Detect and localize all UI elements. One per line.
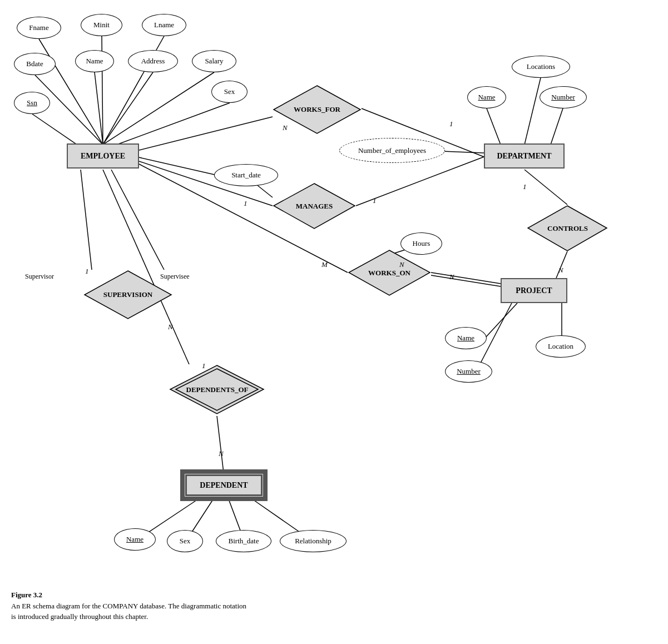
figure-label: Figure 3.2 <box>11 591 42 599</box>
svg-line-4 <box>95 72 103 145</box>
supervisor-label: Supervisor <box>25 273 54 281</box>
hours-attribute: Hours <box>400 232 442 255</box>
svg-line-20 <box>431 275 501 286</box>
svg-line-9 <box>139 117 273 150</box>
cardinality-1-works-for: 1 <box>449 120 453 128</box>
supervision-relationship: SUPERVISION <box>83 270 172 320</box>
cardinality-1-manages-right: 1 <box>373 196 377 205</box>
cardinality-n-works-for: N <box>283 123 288 132</box>
address-attribute: Address <box>128 50 178 72</box>
cardinality-n-project: N <box>449 273 454 281</box>
caption-line1: An ER schema diagram for the COMPANY dat… <box>11 601 246 612</box>
figure-caption: Figure 3.2 An ER schema diagram for the … <box>11 589 246 601</box>
lname-attribute: Lname <box>142 14 186 36</box>
svg-line-30 <box>217 416 224 473</box>
name-proj-attribute: Name <box>445 327 487 349</box>
name-dep-attribute: Name <box>114 528 156 551</box>
svg-line-16 <box>139 157 217 175</box>
cardinality-1-controls: 1 <box>523 182 527 191</box>
name-emp-attribute: Name <box>75 50 114 72</box>
svg-line-12 <box>487 108 501 145</box>
cardinality-n-dependent: N <box>219 449 224 458</box>
svg-line-25 <box>524 170 567 205</box>
cardinality-1-dependents-of: 1 <box>202 361 206 370</box>
controls-relationship: CONTROLS <box>527 205 608 252</box>
works-for-label: WORKS_FOR <box>294 105 340 114</box>
dependents-of-relationship: DEPENDENTS_OF <box>169 363 266 416</box>
cardinality-1-manages-left: 1 <box>244 199 248 208</box>
employee-entity: EMPLOYEE <box>67 143 139 169</box>
svg-line-11 <box>524 78 541 145</box>
cardinality-m-works-on: M <box>321 260 328 269</box>
supervision-label: SUPERVISION <box>103 290 152 299</box>
svg-line-6 <box>103 72 214 145</box>
controls-label: CONTROLS <box>547 224 588 233</box>
cardinality-n-controls: N <box>558 266 563 275</box>
svg-line-22 <box>484 303 517 339</box>
sex-emp-attribute: Sex <box>211 81 248 103</box>
birth-date-attribute: Birth_date <box>216 530 271 552</box>
svg-line-5 <box>103 72 153 145</box>
caption-line2: is introduced gradually throughout this … <box>11 611 246 622</box>
manages-relationship: MANAGES <box>273 182 356 230</box>
cardinality-1-supervision: 1 <box>85 267 89 276</box>
er-diagram: EMPLOYEE DEPARTMENT PROJECT DEPENDENT WO… <box>0 0 668 612</box>
number-dept-attribute: Number <box>540 86 587 108</box>
svg-line-27 <box>81 170 92 270</box>
relationship-attribute: Relationship <box>280 530 347 552</box>
project-entity: PROJECT <box>501 278 567 303</box>
number-proj-attribute: Number <box>445 360 492 383</box>
location-proj-attribute: Location <box>536 335 586 358</box>
cardinality-n-supervision: N <box>168 323 173 331</box>
svg-line-29 <box>103 170 189 364</box>
project-label: PROJECT <box>516 286 552 295</box>
salary-attribute: Salary <box>192 50 236 72</box>
supervisee-label: Supervisee <box>160 273 190 281</box>
svg-line-14 <box>442 151 484 153</box>
svg-line-13 <box>551 108 563 145</box>
start-date-attribute: Start_date <box>214 164 278 186</box>
locations-attribute: Locations <box>512 56 570 78</box>
fname-attribute: Fname <box>17 17 61 39</box>
svg-line-8 <box>117 103 230 145</box>
minit-attribute: Minit <box>81 14 122 36</box>
dependents-of-label: DEPENDENTS_OF <box>186 385 249 394</box>
works-on-label: WORKS_ON <box>368 269 410 278</box>
dependent-entity: DEPENDENT <box>184 473 264 498</box>
department-label: DEPARTMENT <box>497 152 551 161</box>
num-employees-attribute: Number_of_employees <box>339 138 445 163</box>
employee-label: EMPLOYEE <box>81 152 125 161</box>
name-dept-attribute: Name <box>467 86 506 108</box>
bdate-attribute: Bdate <box>14 53 56 75</box>
works-on-relationship: WORKS_ON <box>348 249 431 296</box>
department-entity: DEPARTMENT <box>484 143 565 169</box>
dependent-label: DEPENDENT <box>200 481 248 490</box>
svg-line-28 <box>111 170 164 270</box>
svg-line-19 <box>431 273 501 284</box>
sex-dep-attribute: Sex <box>167 530 203 552</box>
manages-label: MANAGES <box>296 202 333 211</box>
ssn-attribute: Ssn <box>14 92 50 114</box>
